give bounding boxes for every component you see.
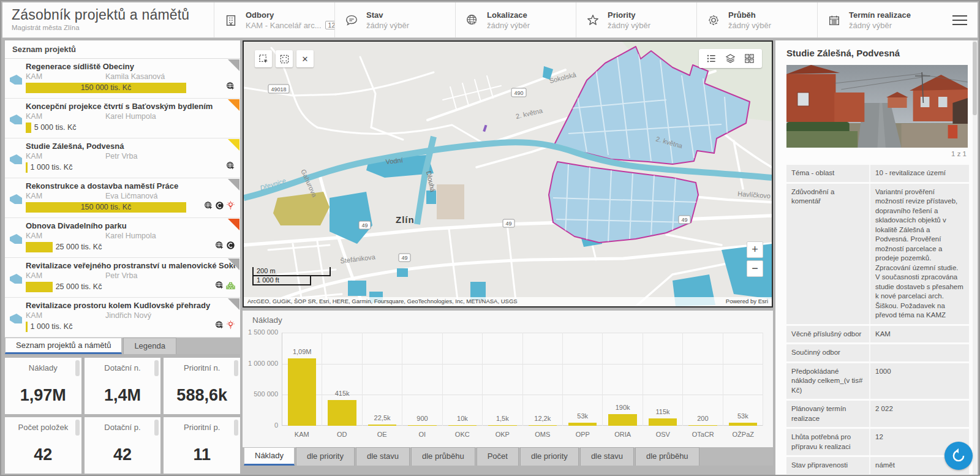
cost-bar xyxy=(26,282,53,292)
bar-slot-okp[interactable]: 1,5k xyxy=(483,333,522,426)
project-list-item[interactable]: Revitalizace prostoru kolem Kudlovské př… xyxy=(5,298,240,338)
filter-lokalizace[interactable]: Lokalizace žádný výběr xyxy=(455,2,576,37)
field-label: Věcně příslušný odbor xyxy=(786,326,870,343)
detail-row-t-ma-oblast: Téma - oblast 10 - revitalizace území xyxy=(786,165,969,182)
page-title: Zásobník projektů a námětů xyxy=(12,7,189,23)
stat-label: Náklady xyxy=(5,363,81,372)
bar[interactable] xyxy=(649,418,677,426)
select-rectangle-icon[interactable] xyxy=(255,50,272,67)
project-list-item[interactable]: Studie Zálešná, Podvesná KAM Petr Vrba 1… xyxy=(5,138,240,178)
stat-value: 42 xyxy=(5,445,81,464)
tab-seznam-projekt-a-n-m-t[interactable]: Seznam projektů a námětů xyxy=(5,338,122,354)
project-photo[interactable] xyxy=(786,65,968,148)
bar[interactable] xyxy=(568,423,597,426)
refresh-button[interactable] xyxy=(944,442,973,470)
project-title: Koncepční projekce čtvrtí s Baťovským by… xyxy=(26,102,235,111)
select-lasso-icon[interactable] xyxy=(276,50,293,67)
project-list-item[interactable]: Regenerace sídliště Obeciny KAM Kamila K… xyxy=(5,59,240,99)
stat-value: 1,97M xyxy=(5,386,81,405)
filter-pr-b-h[interactable]: Průběh žádný výběr xyxy=(696,2,817,37)
stat-label: Prioritní p. xyxy=(164,423,240,432)
chart-tab-0-n-klady[interactable]: Náklady xyxy=(244,447,295,466)
card-scrollbar[interactable] xyxy=(75,360,80,376)
project-manager: Kamila Kasanová xyxy=(105,72,165,81)
project-list-item[interactable]: Koncepční projekce čtvrtí s Baťovským by… xyxy=(5,99,240,138)
filter-term-n-realizace[interactable]: Termín realizace žádný výběr xyxy=(817,2,938,37)
polygon-feature-icon xyxy=(9,74,23,88)
field-label: Zdůvodnění a komentář xyxy=(786,184,870,324)
chart-tab-4-po-et[interactable]: Počet xyxy=(477,447,519,466)
card-scrollbar[interactable] xyxy=(154,420,159,436)
globe-cursor-icon xyxy=(215,281,224,292)
svg-text:49: 49 xyxy=(505,221,511,227)
project-list-item[interactable]: Rekonstrukce a dostavba naměstí Práce KA… xyxy=(5,178,240,218)
filter-stav[interactable]: Stav žádný výběr xyxy=(334,2,455,37)
photo-counter: 1 z 1 xyxy=(775,148,978,157)
stat-value: 42 xyxy=(85,445,161,464)
tab-legenda[interactable]: Legenda xyxy=(123,338,176,354)
basemap-gallery-icon[interactable] xyxy=(744,53,755,64)
card-scrollbar[interactable] xyxy=(154,360,159,376)
chart-tab-2-dle-stavu[interactable]: dle stavu xyxy=(356,447,410,466)
card-scrollbar[interactable] xyxy=(234,420,238,436)
bar-slot-oria[interactable]: 190k xyxy=(603,333,643,426)
project-list-item[interactable]: Revitalizace veřejného prostranství u ma… xyxy=(5,258,240,298)
card-scrollbar[interactable] xyxy=(234,360,238,376)
bar[interactable] xyxy=(328,400,356,426)
bar-slot-otacr[interactable]: 200 xyxy=(683,333,723,426)
bar-slot-okc[interactable]: 10k xyxy=(443,333,483,426)
bar[interactable] xyxy=(608,414,636,426)
bar[interactable] xyxy=(288,358,316,426)
bar[interactable] xyxy=(729,423,757,426)
bar-slot-opp[interactable]: 53k xyxy=(563,333,603,426)
y-tick-label: 1 000 000 xyxy=(244,360,278,367)
bar[interactable] xyxy=(408,425,436,426)
project-title: Rekonstrukce a dostavba naměstí Práce xyxy=(26,181,235,191)
star-icon xyxy=(586,13,600,27)
zoom-in-button[interactable]: + xyxy=(747,241,763,258)
bar[interactable] xyxy=(368,425,396,426)
x-axis-label: ORIA xyxy=(603,431,643,438)
bar-slot-oms[interactable]: 12,2k xyxy=(523,333,563,426)
filter-priority[interactable]: Priority žádný výběr xyxy=(576,2,696,37)
bar[interactable] xyxy=(448,425,477,426)
bar-value-label: 12,2k xyxy=(523,415,562,422)
legend-icon[interactable] xyxy=(706,53,717,64)
chart-tab-6-dle-stavu[interactable]: dle stavu xyxy=(580,447,634,466)
chart-tab-3-dle-pr-b-hu[interactable]: dle průběhu xyxy=(411,447,475,466)
x-axis-label: OD xyxy=(322,431,363,438)
speech-bubble-icon xyxy=(344,13,359,27)
hamburger-menu-icon[interactable] xyxy=(952,14,968,29)
bar-value-label: 900 xyxy=(402,415,442,422)
project-manager: Karel Humpola xyxy=(105,232,156,240)
chart-tab-7-dle-pr-b-hu[interactable]: dle průběhu xyxy=(635,447,699,466)
x-axis-label: OKC xyxy=(442,431,483,438)
bar-slot-od[interactable]: 415k xyxy=(322,333,362,426)
project-manager: Karel Humpola xyxy=(105,112,156,121)
stat-card-dota-n-n: Dotační n. 1,4M xyxy=(85,358,161,414)
bar-slot-oe[interactable]: 22,5k xyxy=(363,333,402,426)
card-scrollbar[interactable] xyxy=(75,420,80,436)
bar[interactable] xyxy=(688,425,717,426)
detail-scrollbar[interactable] xyxy=(973,40,977,476)
project-list-item[interactable]: Obnova Divadelního parku KAM Karel Humpo… xyxy=(5,218,240,258)
bar-slot-osv[interactable]: 115k xyxy=(643,333,683,426)
bar-slot-o-paz[interactable]: 53k xyxy=(723,333,763,426)
clear-selection-icon[interactable]: ✕ xyxy=(296,50,314,67)
svg-text:49: 49 xyxy=(361,222,368,229)
chart-tab-5-dle-priority[interactable]: dle priority xyxy=(520,447,579,466)
map-selection-toolbar: ✕ xyxy=(255,50,314,67)
filter-odbory[interactable]: Odbory KAM - Kancelář arc...12 xyxy=(214,2,334,37)
detail-row-stav-p-ipravenosti: Stav připravenosti námět xyxy=(786,457,969,474)
globe-cursor-icon xyxy=(226,161,235,173)
bar[interactable] xyxy=(529,425,557,426)
layers-icon[interactable] xyxy=(725,53,736,64)
zoom-out-button[interactable]: − xyxy=(747,260,763,277)
chart-tab-1-dle-priority[interactable]: dle priority xyxy=(296,447,355,466)
bar-slot-oi[interactable]: 900 xyxy=(402,333,442,426)
cost-bar xyxy=(26,123,31,133)
bar[interactable] xyxy=(488,425,516,426)
bar-slot-kam[interactable]: 1,09M xyxy=(282,333,322,426)
map-panel[interactable]: Sokolská 2. května 2. května Gahurova Vo… xyxy=(243,40,773,308)
project-title: Obnova Divadelního parku xyxy=(26,221,235,230)
